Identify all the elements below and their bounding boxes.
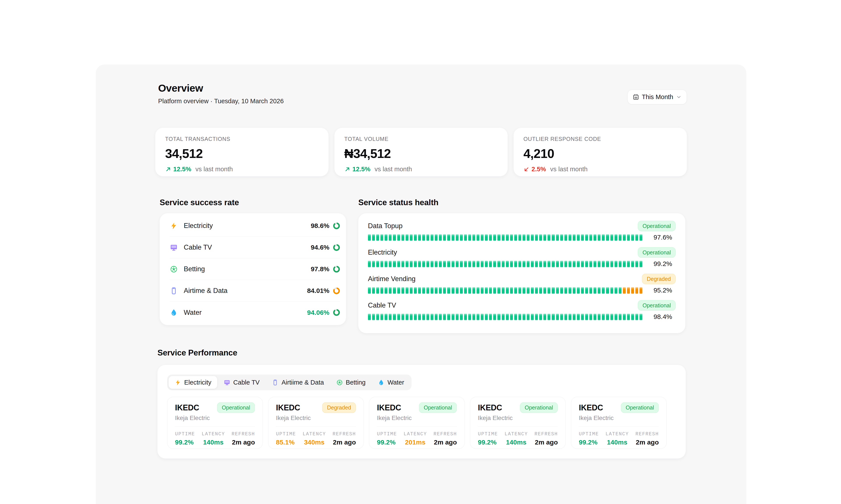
tab-airtiime-data[interactable]: Airtiime & Data — [266, 376, 330, 389]
bar-segment — [414, 234, 417, 241]
bar-segment — [577, 260, 580, 267]
bar-segment — [631, 287, 634, 294]
bar-segment — [481, 287, 484, 294]
bar-segment — [435, 234, 437, 241]
bar-segment — [522, 260, 526, 267]
bar-segment — [539, 287, 542, 294]
bar-segment — [439, 313, 442, 320]
bar-segment — [531, 260, 534, 267]
bar-segment — [606, 287, 609, 294]
stat-value: 34,512 — [165, 147, 319, 160]
performance-tabs: ElectricityCable TVAirtiime & DataBettin… — [167, 375, 412, 390]
bar-segment — [531, 287, 534, 294]
stat-label: TOTAL VOLUME — [344, 136, 498, 142]
refresh-value: 2m ago — [535, 439, 558, 446]
tab-label: Betting — [346, 379, 365, 386]
bar-segment — [606, 313, 609, 320]
bar-segment — [368, 287, 371, 294]
bar-segment — [639, 287, 642, 294]
success-rate-row-betting: Betting97.8% — [170, 258, 340, 280]
bar-segment — [573, 260, 576, 267]
bar-segment — [443, 313, 446, 320]
service-percent: 94.6% — [311, 244, 329, 251]
bar-segment — [393, 234, 396, 241]
delta-percent: 12.5% — [353, 166, 370, 173]
status-badge: Degraded — [642, 274, 676, 284]
stat-delta: 2.5%vs last month — [524, 166, 677, 173]
provider-name: IKEDC — [579, 404, 603, 412]
bar-segment — [556, 313, 559, 320]
bar-segment — [548, 260, 550, 267]
bar-segment — [401, 287, 404, 294]
provider-subtitle: Ikeja Electric — [579, 415, 659, 421]
bar-segment — [514, 313, 517, 320]
refresh-value: 2m ago — [434, 439, 457, 446]
tab-electricity[interactable]: Electricity — [169, 376, 217, 389]
bar-segment — [506, 313, 509, 320]
bar-segment — [410, 234, 413, 241]
latency-value: 340ms — [304, 439, 324, 446]
bar-segment — [611, 260, 613, 267]
bar-segment — [372, 234, 375, 241]
bar-segment — [497, 287, 500, 294]
bar-segment — [548, 313, 550, 320]
tab-water[interactable]: Water — [372, 376, 410, 389]
bar-segment — [468, 260, 471, 267]
tab-label: Electricity — [184, 379, 211, 386]
divider — [377, 427, 457, 427]
tab-betting[interactable]: Betting — [330, 376, 372, 389]
bar-segment — [477, 260, 479, 267]
bar-segment — [518, 260, 521, 267]
bar-segment — [447, 287, 450, 294]
bar-segment — [594, 234, 596, 241]
bar-segment — [418, 234, 421, 241]
bar-segment — [510, 287, 513, 294]
bar-segment — [431, 260, 433, 267]
divider — [175, 427, 255, 427]
bar-segment — [406, 234, 409, 241]
bar-segment — [611, 287, 613, 294]
bar-segment — [473, 260, 475, 267]
bar-segment — [473, 313, 475, 320]
provider-status-badge: Operational — [419, 402, 457, 413]
bar-segment — [577, 287, 580, 294]
service-label: Betting — [184, 265, 205, 273]
bar-segment — [606, 260, 609, 267]
provider-status-badge: Operational — [217, 402, 255, 413]
stat-delta: 12.5%vs last month — [344, 166, 498, 173]
bar-segment — [585, 287, 588, 294]
bar-segment — [384, 287, 388, 294]
status-bar — [368, 287, 642, 294]
bar-segment — [560, 234, 563, 241]
performance-cards-row: IKEDCOperationalIkeja ElectricUPTIME99.2… — [167, 397, 676, 449]
bar-segment — [493, 260, 496, 267]
bar-segment — [639, 313, 642, 320]
water-icon — [170, 308, 178, 317]
bar-segment — [589, 313, 592, 320]
provider-subtitle: Ikeja Electric — [276, 415, 356, 421]
bar-segment — [552, 287, 554, 294]
bar-segment — [439, 287, 442, 294]
bar-segment — [485, 234, 488, 241]
bar-segment — [531, 313, 534, 320]
bar-segment — [569, 234, 571, 241]
bar-segment — [527, 287, 530, 294]
bar-segment — [389, 313, 392, 320]
success-rate-card: Electricity98.6%Cable TV94.6%Betting97.8… — [160, 213, 346, 325]
bar-segment — [477, 234, 479, 241]
bar-segment — [564, 313, 567, 320]
bar-segment — [564, 234, 567, 241]
status-bar — [368, 313, 642, 320]
period-selector[interactable]: This Month — [628, 90, 687, 104]
bar-segment — [602, 287, 605, 294]
bar-segment — [506, 260, 509, 267]
bar-segment — [543, 234, 546, 241]
tab-cable-tv[interactable]: Cable TV — [218, 376, 265, 389]
bar-segment — [527, 260, 530, 267]
status-block-data-topup: Data TopupOperational97.6% — [368, 221, 676, 241]
bar-segment — [389, 234, 392, 241]
bar-segment — [435, 260, 437, 267]
latency-label: LATENCY — [605, 432, 629, 437]
bar-segment — [426, 287, 429, 294]
bar-segment — [468, 313, 471, 320]
